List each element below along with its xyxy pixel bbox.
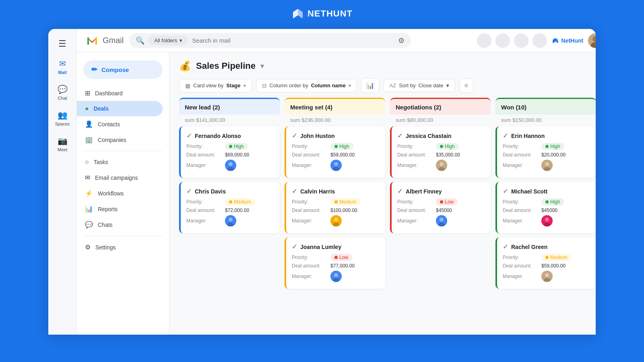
nethunt-logo-top: NETHUNT xyxy=(291,7,353,20)
manager-avatar xyxy=(436,160,447,171)
svg-marker-5 xyxy=(553,38,555,43)
deal-card[interactable]: ✓ Fernando Alonso Priority: High Deal am… xyxy=(179,126,280,178)
sidebar-item-tasks[interactable]: ○ Tasks xyxy=(77,154,163,170)
deal-card[interactable]: ✓ Erin Hannon Priority: High Deal amount… xyxy=(495,126,596,178)
sidebar-item-meet[interactable]: 📷 Meet xyxy=(48,133,76,155)
sidebar-item-spaces[interactable]: 👥 Spaces xyxy=(48,107,76,130)
deal-name: ✓ Rachel Green xyxy=(503,243,590,251)
deal-manager-row: Manager: xyxy=(397,215,485,226)
manager-avatar-img xyxy=(330,160,342,171)
priority-badge: Low xyxy=(436,198,458,206)
deal-card[interactable]: ✓ Chris Davis Priority: Medium Deal amou… xyxy=(179,182,280,233)
deal-card[interactable]: ✓ Jessica Chastain Priority: High Deal a… xyxy=(390,126,491,178)
sidebar-divider-1 xyxy=(83,151,163,151)
sidebar-item-mail[interactable]: ✉ Mail xyxy=(48,56,76,78)
sort-button[interactable]: AZ Sort by Close date ▾ xyxy=(384,79,455,92)
sidebar-item-chats[interactable]: 💬 Chats xyxy=(77,217,163,232)
manager-avatar-img xyxy=(541,160,553,171)
sidebar-item-reports[interactable]: 📊 Reports xyxy=(77,201,163,217)
search-bar: 🔍 All folders ▾ ⚙ xyxy=(129,33,411,48)
kanban-board: New lead (2)sum $141,000.00 ✓ Fernando A… xyxy=(169,98,596,335)
amount-label: Deal amount: xyxy=(503,208,539,213)
deal-amount: $77,000.00 xyxy=(330,263,355,269)
deals-icon: ● xyxy=(85,105,89,112)
amount-label: Deal amount: xyxy=(186,208,223,213)
kanban-column-negotiations: Negotiations (2)sum $80,000.00 ✓ Jessica… xyxy=(390,98,491,335)
hamburger-menu[interactable]: ☰ xyxy=(55,35,70,52)
all-folders-button[interactable]: All folders ▾ xyxy=(149,35,188,45)
filter-lines-button[interactable]: ≡ xyxy=(459,78,473,93)
priority-badge: Medium xyxy=(225,198,255,206)
sidebar-item-workflows[interactable]: ⚡ Workflows xyxy=(77,185,163,201)
manager-label: Manager: xyxy=(503,218,539,224)
manager-label: Manager: xyxy=(292,162,328,168)
deal-amount: $69,000.00 xyxy=(225,152,249,158)
deal-priority-row: Priority: High xyxy=(186,143,274,150)
column-sum-won: sum $150,000.00 xyxy=(495,115,596,126)
sidebar-item-chat[interactable]: 💬 Chat xyxy=(48,81,76,104)
deal-card[interactable]: ✓ Joanna Lumley Priority: Low Deal amoun… xyxy=(285,237,385,289)
deal-priority-row: Priority: High xyxy=(503,143,590,150)
priority-label: Priority: xyxy=(292,255,328,260)
deal-card[interactable]: ✓ Calvin Harris Priority: Medium Deal am… xyxy=(285,182,385,233)
workflows-label: Workflows xyxy=(98,190,124,197)
search-input[interactable] xyxy=(192,37,394,44)
sidebar-item-email-campaigns[interactable]: ✉ Email campaigns xyxy=(77,170,163,185)
svg-marker-1 xyxy=(298,9,303,19)
priority-dot xyxy=(334,145,338,148)
nethunt-logo-icon xyxy=(291,7,304,20)
deal-card[interactable]: ✓ Rachel Green Priority: Medium Deal amo… xyxy=(495,237,596,289)
sidebar-item-deals[interactable]: ● Deals xyxy=(77,101,163,116)
svg-marker-6 xyxy=(555,38,558,43)
deal-person-name: Rachel Green xyxy=(511,244,547,250)
header-dot-3 xyxy=(514,33,528,48)
card-view-button[interactable]: ▦ Card view by Stage ▾ xyxy=(179,79,252,93)
priority-label: Priority: xyxy=(292,144,328,149)
contacts-icon: 👤 xyxy=(85,120,93,128)
deal-person-name: Chris Davis xyxy=(195,188,226,195)
amount-label: Deal amount: xyxy=(503,152,539,158)
sidebar-item-companies[interactable]: 🏢 Companies xyxy=(77,132,163,148)
deal-amount-row: Deal amount: $35,000.00 xyxy=(397,152,485,158)
user-avatar-img xyxy=(588,33,596,48)
chart-icon-button[interactable]: 📊 xyxy=(361,78,380,93)
deal-card[interactable]: ✓ John Huston Priority: High Deal amount… xyxy=(285,126,385,178)
column-order-label: Column order by xyxy=(270,82,308,88)
manager-avatar xyxy=(330,215,342,226)
contacts-label: Contacts xyxy=(98,121,120,128)
deal-card[interactable]: ✓ Michael Scott Priority: High Deal amou… xyxy=(495,182,596,233)
manager-avatar xyxy=(330,271,342,282)
card-view-chevron: ▾ xyxy=(244,83,246,88)
deal-amount: $100,000.00 xyxy=(330,208,357,213)
filter-icon[interactable]: ⚙ xyxy=(398,36,405,45)
sidebar-item-contacts[interactable]: 👤 Contacts xyxy=(77,116,163,132)
deal-name: ✓ Joanna Lumley xyxy=(292,243,380,251)
priority-badge: High xyxy=(436,143,459,150)
priority-badge: High xyxy=(541,198,564,206)
priority-dot xyxy=(229,200,232,204)
svg-point-14 xyxy=(229,218,233,222)
deal-card[interactable]: ✓ Albert Finney Priority: Low Deal amoun… xyxy=(390,182,491,233)
spaces-label: Spaces xyxy=(55,121,70,126)
check-icon: ✓ xyxy=(292,132,297,140)
column-order-button[interactable]: ⊟ Column order by Column name ▾ xyxy=(256,79,357,93)
manager-avatar-img xyxy=(225,160,236,171)
priority-dot xyxy=(334,256,338,259)
compose-button[interactable]: ✏ Compose xyxy=(83,60,163,79)
manager-label: Manager: xyxy=(503,274,539,279)
svg-rect-2 xyxy=(85,33,99,48)
pipeline-dropdown-icon[interactable]: ▾ xyxy=(260,62,264,70)
manager-avatar-img xyxy=(541,215,553,226)
sidebar-item-settings[interactable]: ⚙ Settings xyxy=(77,239,163,255)
svg-point-23 xyxy=(334,273,338,277)
check-icon: ✓ xyxy=(397,187,402,195)
sidebar-item-dashboard[interactable]: ⊞ Dashboard xyxy=(77,85,163,101)
check-icon: ✓ xyxy=(292,187,297,195)
user-avatar[interactable] xyxy=(588,33,596,48)
chats-icon: 💬 xyxy=(85,221,93,228)
manager-avatar-img xyxy=(225,215,236,226)
deal-name: ✓ Michael Scott xyxy=(503,187,590,195)
svg-point-35 xyxy=(545,218,549,222)
manager-avatar xyxy=(541,271,553,282)
priority-dot xyxy=(440,145,443,148)
